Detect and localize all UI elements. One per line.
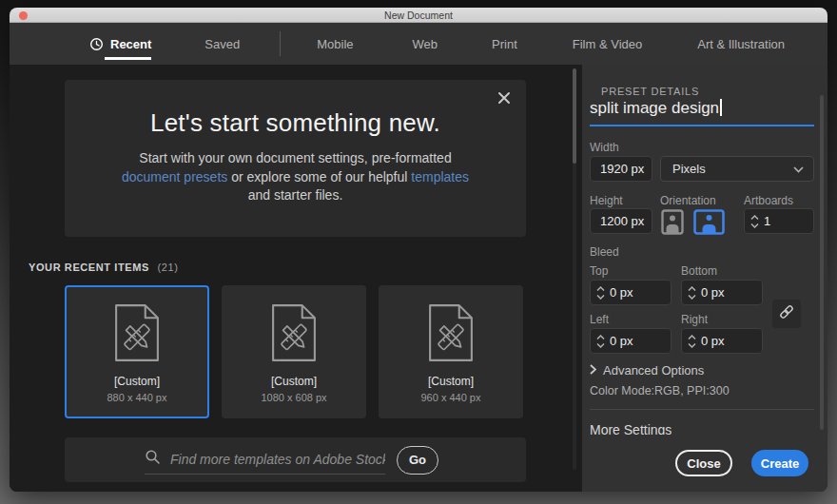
stepper-down-icon [688, 343, 696, 348]
recent-item-size: 880 x 440 px [107, 392, 167, 403]
bleed-top-label: Top [590, 264, 608, 278]
window-title: New Document [10, 10, 827, 21]
tab-recent[interactable]: Recent [89, 23, 151, 65]
close-icon[interactable] [497, 91, 511, 108]
stepper-up-icon [688, 335, 696, 339]
search-icon [145, 449, 161, 469]
banner-text: or explore some of our helpful [227, 169, 411, 184]
stepper-up-icon [688, 286, 696, 291]
bleed-bottom-stepper[interactable]: 0 px [681, 280, 763, 305]
stepper-arrows[interactable] [745, 215, 764, 228]
close-button[interactable]: Close [675, 450, 732, 476]
active-tab-underline [105, 57, 151, 60]
link-bleed-values-button[interactable] [772, 300, 801, 328]
bleed-top-stepper[interactable]: 0 px [590, 280, 672, 305]
adobe-stock-search-bar: Go [65, 437, 526, 482]
scrollbar-thumb[interactable] [820, 95, 824, 430]
recent-item-name: [Custom] [114, 375, 160, 388]
chevron-right-icon [590, 363, 596, 378]
document-icon [424, 302, 477, 367]
text-cursor [720, 99, 722, 116]
stepper-up-icon [596, 286, 605, 291]
title-bar: New Document [10, 8, 827, 23]
bleed-left-stepper[interactable]: 0 px [590, 328, 672, 354]
new-document-dialog: New Document Recent Saved Mobile Web Pri… [10, 8, 827, 492]
tab-film-video[interactable]: Film & Video [573, 23, 642, 65]
bleed-right-stepper[interactable]: 0 px [681, 328, 763, 354]
document-name-value: split image design [590, 99, 719, 117]
stepper-arrows[interactable] [682, 335, 701, 348]
tab-label: Mobile [317, 37, 353, 51]
recent-item-card[interactable]: [Custom] 1080 x 608 px [222, 285, 366, 418]
recent-items-heading: YOUR RECENT ITEMS (21) [29, 262, 179, 273]
stepper-arrows[interactable] [682, 286, 701, 300]
bleed-left-label: Left [590, 313, 609, 326]
stepper-down-icon [596, 295, 605, 300]
divider [590, 409, 814, 410]
height-label: Height [590, 194, 623, 207]
preset-details-heading: PRESET DETAILS [601, 86, 699, 97]
recent-items-count: (21) [158, 262, 179, 273]
tab-divider [280, 31, 281, 56]
clock-icon [89, 37, 104, 51]
tab-print[interactable]: Print [492, 23, 517, 65]
artboards-stepper[interactable]: 1 [744, 208, 814, 234]
create-button[interactable]: Create [751, 450, 808, 476]
bleed-bottom-label: Bottom [681, 264, 717, 278]
bleed-label: Bleed [590, 245, 619, 259]
bleed-bottom-value: 0 px [701, 285, 725, 300]
advanced-options-toggle[interactable]: Advanced Options [590, 363, 704, 378]
chevron-down-icon [793, 162, 804, 176]
banner-body: Start with your own document settings, p… [109, 149, 482, 205]
document-presets-link[interactable]: document presets [122, 169, 227, 184]
search-input[interactable] [170, 452, 385, 467]
tab-label: Recent [110, 37, 151, 51]
width-input[interactable]: 1920 px [590, 156, 652, 182]
more-settings-heading[interactable]: More Settings [590, 422, 672, 435]
document-name-field[interactable]: split image design [590, 99, 814, 118]
stepper-up-icon [750, 215, 759, 220]
preset-details-panel: PRESET DETAILS split image design Width … [582, 65, 827, 492]
width-value: 1920 px [600, 162, 644, 176]
height-value: 1200 px [600, 214, 644, 228]
stepper-arrows[interactable] [591, 286, 610, 300]
units-dropdown[interactable]: Pixels [660, 156, 814, 182]
stepper-down-icon [688, 295, 696, 300]
bleed-top-value: 0 px [610, 285, 633, 300]
welcome-banner: Let's start something new. Start with yo… [65, 80, 526, 237]
category-tab-bar: Recent Saved Mobile Web Print Film & Vid… [10, 23, 827, 65]
bleed-right-label: Right [681, 313, 708, 326]
recent-item-size: 1080 x 608 px [261, 392, 326, 403]
stepper-arrows[interactable] [591, 335, 610, 348]
recent-item-card[interactable]: [Custom] 880 x 440 px [65, 285, 209, 418]
portrait-icon[interactable] [660, 208, 685, 235]
color-mode-summary: Color Mode:RGB, PPI:300 [590, 384, 730, 397]
tab-mobile[interactable]: Mobile [317, 23, 353, 65]
document-icon [110, 302, 164, 367]
search-field [145, 449, 385, 475]
go-button[interactable]: Go [397, 446, 438, 475]
tab-web[interactable]: Web [413, 23, 438, 65]
recent-item-card[interactable]: [Custom] 960 x 440 px [379, 285, 523, 418]
recent-item-name: [Custom] [428, 375, 474, 388]
units-value: Pixels [672, 162, 706, 176]
tab-saved[interactable]: Saved [204, 23, 240, 65]
width-label: Width [590, 141, 619, 154]
stepper-down-icon [750, 223, 759, 228]
recent-item-size: 960 x 440 px [421, 392, 481, 403]
tab-label: Art & Illustration [697, 37, 785, 51]
templates-link[interactable]: templates [411, 169, 469, 184]
stepper-down-icon [596, 343, 605, 348]
height-input[interactable]: 1200 px [590, 208, 652, 234]
scrollbar-thumb[interactable] [573, 68, 576, 164]
artboards-label: Artboards [744, 194, 793, 207]
landscape-icon[interactable] [692, 208, 725, 235]
tab-label: Saved [204, 37, 240, 51]
recent-item-name: [Custom] [271, 375, 317, 388]
banner-heading: Let's start something new. [65, 108, 526, 138]
orientation-label: Orientation [660, 194, 716, 207]
artboards-value: 1 [764, 214, 770, 228]
advanced-options-label: Advanced Options [603, 363, 704, 378]
tab-art-illustration[interactable]: Art & Illustration [697, 23, 785, 65]
tab-label: Film & Video [573, 37, 642, 51]
